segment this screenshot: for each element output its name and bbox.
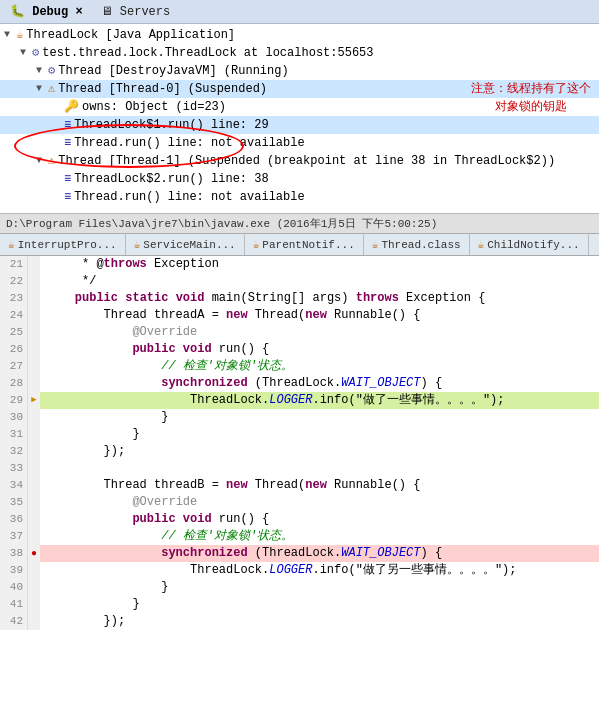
breakpoint-indicator[interactable] (28, 477, 40, 494)
stack-frame-icon: ≡ (64, 117, 71, 133)
code-line-36: 36 public void run() { (0, 511, 599, 528)
line-number: 40 (0, 579, 28, 596)
code-line-42: 42 }); (0, 613, 599, 630)
tab-servers[interactable]: 🖥 Servers (97, 3, 175, 20)
code-text: } (40, 596, 599, 613)
breakpoint-indicator[interactable] (28, 426, 40, 443)
breakpoint-indicator[interactable] (28, 324, 40, 341)
breakpoint-indicator[interactable] (28, 545, 40, 562)
tree-item[interactable]: ▼⚠Thread [Thread-1] (Suspended (breakpoi… (0, 152, 599, 170)
line-number: 37 (0, 528, 28, 545)
java-app-icon: ☕ (16, 27, 23, 43)
tab-icon: ☕ (372, 238, 379, 251)
code-line-30: 30 } (0, 409, 599, 426)
line-number: 36 (0, 511, 28, 528)
tree-item[interactable]: ▼⚠Thread [Thread-0] (Suspended) (0, 80, 599, 98)
line-number: 42 (0, 613, 28, 630)
editor-tab-3[interactable]: ☕Thread.class (364, 234, 470, 255)
code-text: @Override (40, 494, 599, 511)
code-line-26: 26 public void run() { (0, 341, 599, 358)
code-text: }); (40, 443, 599, 460)
breakpoint-indicator[interactable] (28, 460, 40, 477)
expand-arrow[interactable]: ▼ (36, 153, 48, 169)
breakpoint-indicator[interactable] (28, 494, 40, 511)
breakpoint-indicator[interactable] (28, 290, 40, 307)
tree-item[interactable]: ≡ThreadLock$1.run() line: 29 (0, 116, 599, 134)
tree-item-label: Thread [Thread-0] (Suspended) (58, 81, 267, 97)
expand-arrow[interactable]: ▼ (4, 27, 16, 43)
code-text: }); (40, 613, 599, 630)
line-number: 34 (0, 477, 28, 494)
tab-icon: ☕ (253, 238, 260, 251)
code-text: public void run() { (40, 511, 599, 528)
code-text: Thread threadA = new Thread(new Runnable… (40, 307, 599, 324)
breakpoint-indicator[interactable] (28, 256, 40, 273)
breakpoint-indicator[interactable] (28, 579, 40, 596)
editor-tab-4[interactable]: ☕ChildNotify... (470, 234, 589, 255)
tab-debug[interactable]: 🐛 Debug × (6, 3, 87, 20)
line-number: 35 (0, 494, 28, 511)
breakpoint-indicator[interactable] (28, 341, 40, 358)
tree-item[interactable]: ≡Thread.run() line: not available (0, 134, 599, 152)
code-line-24: 24 Thread threadA = new Thread(new Runna… (0, 307, 599, 324)
line-number: 39 (0, 562, 28, 579)
code-line-29: 29 ThreadLock.LOGGER.info("做了一些事情。。。。"); (0, 392, 599, 409)
line-number: 41 (0, 596, 28, 613)
line-number: 29 (0, 392, 28, 409)
breakpoint-indicator[interactable] (28, 511, 40, 528)
tab-icon: ☕ (478, 238, 485, 251)
tree-item-label: ThreadLock$2.run() line: 38 (74, 171, 268, 187)
tree-item-label: owns: Object (id=23) (82, 99, 226, 115)
tree-item[interactable]: 🔑owns: Object (id=23) (0, 98, 599, 116)
tree-item-label: ThreadLock [Java Application] (26, 27, 235, 43)
code-line-34: 34 Thread threadB = new Thread(new Runna… (0, 477, 599, 494)
toolbar: 🐛 Debug × 🖥 Servers (0, 0, 599, 24)
code-line-32: 32 }); (0, 443, 599, 460)
code-text: synchronized (ThreadLock.WAIT_OBJECT) { (40, 545, 599, 562)
tab-icon: ☕ (134, 238, 141, 251)
stack-frame-icon: ≡ (64, 171, 71, 187)
breakpoint-indicator[interactable] (28, 562, 40, 579)
breakpoint-indicator[interactable] (28, 392, 40, 409)
tree-item[interactable]: ▼⚙Thread [DestroyJavaVM] (Running) (0, 62, 599, 80)
code-text: // 检查'对象锁'状态。 (40, 358, 599, 375)
expand-arrow[interactable]: ▼ (36, 81, 48, 97)
tree-item[interactable]: ≡Thread.run() line: not available (0, 188, 599, 206)
tree-item[interactable]: ▼☕ThreadLock [Java Application] (0, 26, 599, 44)
thread-running-icon: ⚙ (32, 45, 39, 61)
line-number: 27 (0, 358, 28, 375)
line-number: 23 (0, 290, 28, 307)
breakpoint-indicator[interactable] (28, 307, 40, 324)
breakpoint-indicator[interactable] (28, 273, 40, 290)
code-text: } (40, 579, 599, 596)
code-line-35: 35 @Override (0, 494, 599, 511)
code-line-38: 38 synchronized (ThreadLock.WAIT_OBJECT)… (0, 545, 599, 562)
editor-tab-0[interactable]: ☕InterruptPro... (0, 234, 126, 255)
code-text: public void run() { (40, 341, 599, 358)
editor-tab-2[interactable]: ☕ParentNotif... (245, 234, 364, 255)
tree-item[interactable]: ≡ThreadLock$2.run() line: 38 (0, 170, 599, 188)
tab-label: InterruptPro... (18, 239, 117, 251)
breakpoint-indicator[interactable] (28, 375, 40, 392)
line-number: 21 (0, 256, 28, 273)
line-number: 31 (0, 426, 28, 443)
breakpoint-indicator[interactable] (28, 409, 40, 426)
stack-frame-icon: ≡ (64, 135, 71, 151)
expand-arrow[interactable]: ▼ (20, 45, 32, 61)
editor-tab-1[interactable]: ☕ServiceMain... (126, 234, 245, 255)
breakpoint-indicator[interactable] (28, 528, 40, 545)
breakpoint-indicator[interactable] (28, 443, 40, 460)
tree-item-label: Thread [Thread-1] (Suspended (breakpoint… (58, 153, 555, 169)
thread-suspended-icon: ⚠ (48, 153, 55, 169)
code-line-23: 23 public static void main(String[] args… (0, 290, 599, 307)
breakpoint-indicator[interactable] (28, 613, 40, 630)
breakpoint-indicator[interactable] (28, 596, 40, 613)
expand-arrow[interactable]: ▼ (36, 63, 48, 79)
breakpoint-indicator[interactable] (28, 358, 40, 375)
tree-item-label: Thread.run() line: not available (74, 135, 304, 151)
debug-panel: ▼☕ThreadLock [Java Application]▼⚙test.th… (0, 24, 599, 234)
line-number: 38 (0, 545, 28, 562)
editor-tabs: ☕InterruptPro...☕ServiceMain...☕ParentNo… (0, 234, 599, 256)
code-line-28: 28 synchronized (ThreadLock.WAIT_OBJECT)… (0, 375, 599, 392)
tree-item[interactable]: ▼⚙test.thread.lock.ThreadLock at localho… (0, 44, 599, 62)
